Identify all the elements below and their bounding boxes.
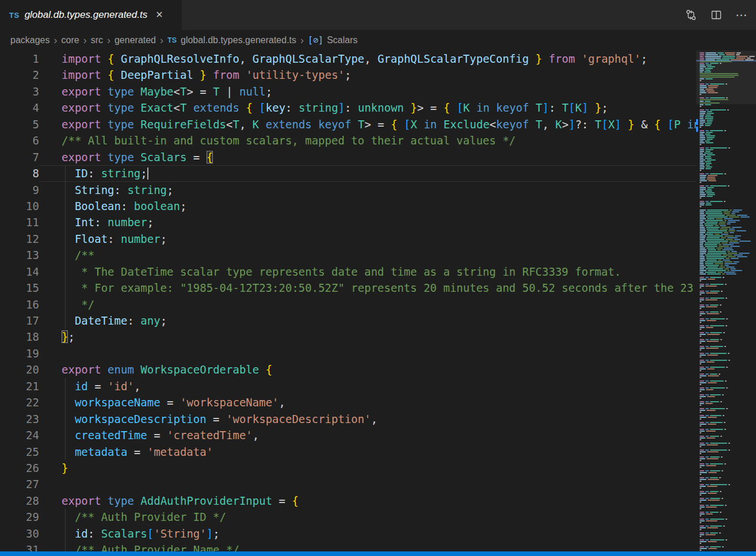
line-number[interactable]: 18 (0, 329, 39, 345)
line-number[interactable]: 8 (0, 165, 39, 181)
code-line[interactable]: 9 String: string; (0, 182, 696, 198)
line-number[interactable]: 11 (0, 214, 39, 230)
minimap[interactable] (696, 51, 756, 551)
code-line[interactable]: 3export type Maybe<T> = T | null; (0, 83, 696, 100)
line-content[interactable]: import { GraphQLResolveInfo, GraphQLScal… (39, 51, 696, 67)
line-content[interactable]: export type Exact<T extends { [key: stri… (39, 100, 696, 116)
line-number[interactable]: 24 (0, 427, 39, 443)
editor-tab[interactable]: TS global.db.types.generated.ts ✕ (0, 0, 182, 30)
line-number[interactable]: 5 (0, 116, 39, 132)
split-editor-icon[interactable] (708, 6, 725, 24)
line-number[interactable]: 9 (0, 182, 39, 198)
line-number[interactable]: 31 (0, 542, 39, 551)
line-number[interactable]: 26 (0, 460, 39, 476)
line-content[interactable]: export enum WorkspaceOrderable { (39, 361, 696, 378)
code-line[interactable]: 7export type Scalars = { (0, 149, 696, 165)
code-line[interactable]: 8 ID: string; (0, 165, 696, 181)
line-content[interactable]: export type RequireFields<T, K extends k… (39, 116, 696, 132)
code-line[interactable]: 5export type RequireFields<T, K extends … (0, 116, 696, 132)
line-content[interactable]: Float: number; (39, 231, 696, 247)
code-area[interactable]: 1import { GraphQLResolveInfo, GraphQLSca… (0, 51, 696, 551)
line-number[interactable]: 1 (0, 51, 39, 67)
line-content[interactable]: }; (39, 329, 696, 345)
status-bar[interactable] (0, 551, 756, 556)
code-line[interactable]: 15 * For example: "1985-04-12T23:20:50.5… (0, 280, 696, 296)
line-number[interactable]: 23 (0, 411, 39, 427)
line-content[interactable]: workspaceDescription = 'workspaceDescrip… (39, 411, 696, 427)
code-line[interactable]: 19 (0, 345, 696, 361)
code-line[interactable]: 12 Float: number; (0, 231, 696, 247)
code-line[interactable]: 11 Int: number; (0, 214, 696, 230)
compare-changes-icon[interactable] (682, 6, 700, 24)
line-content[interactable]: DateTime: any; (39, 313, 696, 329)
line-number[interactable]: 14 (0, 264, 39, 280)
line-number[interactable]: 25 (0, 444, 39, 460)
code-line[interactable]: 6/** All built-in and custom scalars, ma… (0, 132, 696, 148)
close-icon[interactable]: ✕ (155, 10, 163, 20)
line-number[interactable]: 13 (0, 247, 39, 263)
breadcrumb-item-packages[interactable]: packages (10, 35, 50, 45)
line-number[interactable]: 30 (0, 525, 39, 542)
line-content[interactable]: export type AddAuthProviderInput = { (39, 493, 696, 509)
line-number[interactable]: 19 (0, 345, 39, 361)
code-line[interactable]: 27 (0, 476, 696, 492)
code-line[interactable]: 14 * The DateTime scalar type represents… (0, 264, 696, 280)
line-number[interactable]: 15 (0, 280, 39, 296)
line-content[interactable]: /** Auth Provider Name */ (39, 542, 696, 551)
line-content[interactable]: /** Auth Provider ID */ (39, 509, 696, 525)
code-line[interactable]: 29 /** Auth Provider ID */ (0, 509, 696, 525)
code-line[interactable]: 1import { GraphQLResolveInfo, GraphQLSca… (0, 51, 696, 67)
line-content[interactable]: * The DateTime scalar type represents da… (39, 264, 696, 280)
code-line[interactable]: 23 workspaceDescription = 'workspaceDesc… (0, 411, 696, 427)
code-line[interactable]: 17 DateTime: any; (0, 313, 696, 329)
code-line[interactable]: 24 createdTime = 'createdTime', (0, 427, 696, 443)
line-content[interactable]: ID: string; (39, 165, 696, 181)
line-number[interactable]: 21 (0, 378, 39, 394)
breadcrumb-item-src[interactable]: ›src (79, 35, 103, 47)
line-number[interactable]: 16 (0, 296, 39, 313)
line-number[interactable]: 28 (0, 493, 39, 509)
breadcrumb-item-generated[interactable]: ›generated (103, 35, 156, 47)
code-line[interactable]: 20export enum WorkspaceOrderable { (0, 361, 696, 378)
line-number[interactable]: 7 (0, 149, 39, 165)
line-content[interactable]: */ (39, 296, 696, 313)
line-number[interactable]: 29 (0, 509, 39, 525)
breadcrumb-item-core[interactable]: ›core (50, 35, 79, 47)
more-actions-icon[interactable]: ⋯ (733, 6, 750, 24)
breadcrumb-item-global-db-types-generated-ts[interactable]: ›TSglobal.db.types.generated.ts (156, 35, 296, 47)
line-number[interactable]: 3 (0, 83, 39, 100)
code-line[interactable]: 31 /** Auth Provider Name */ (0, 542, 696, 551)
line-content[interactable] (39, 476, 696, 492)
line-content[interactable]: id = 'id', (39, 378, 696, 394)
line-number[interactable]: 6 (0, 132, 39, 148)
code-line[interactable]: 30 id: Scalars['String']; (0, 525, 696, 542)
code-line[interactable]: 18}; (0, 329, 696, 345)
line-content[interactable]: import { DeepPartial } from 'utility-typ… (39, 67, 696, 83)
line-content[interactable]: export type Scalars = { (39, 149, 696, 165)
code-line[interactable]: 4export type Exact<T extends { [key: str… (0, 100, 696, 116)
line-number[interactable]: 17 (0, 313, 39, 329)
line-content[interactable]: Boolean: boolean; (39, 198, 696, 214)
line-content[interactable]: /** All built-in and custom scalars, map… (39, 132, 696, 148)
line-content[interactable]: /** (39, 247, 696, 263)
line-number[interactable]: 2 (0, 67, 39, 83)
code-line[interactable]: 28export type AddAuthProviderInput = { (0, 493, 696, 509)
line-content[interactable]: metadata = 'metadata' (39, 444, 696, 460)
code-line[interactable]: 2import { DeepPartial } from 'utility-ty… (0, 67, 696, 83)
line-number[interactable]: 27 (0, 476, 39, 492)
line-number[interactable]: 12 (0, 231, 39, 247)
code-line[interactable]: 26} (0, 460, 696, 476)
code-line[interactable]: 16 */ (0, 296, 696, 313)
line-content[interactable]: * For example: "1985-04-12T23:20:50.52Z"… (39, 280, 696, 296)
line-content[interactable]: String: string; (39, 182, 696, 198)
code-line[interactable]: 13 /** (0, 247, 696, 263)
line-number[interactable]: 22 (0, 394, 39, 410)
code-line[interactable]: 22 workspaceName = 'workspaceName', (0, 394, 696, 410)
line-number[interactable]: 4 (0, 100, 39, 116)
line-number[interactable]: 10 (0, 198, 39, 214)
line-content[interactable]: export type Maybe<T> = T | null; (39, 83, 696, 100)
code-line[interactable]: 25 metadata = 'metadata' (0, 444, 696, 460)
line-number[interactable]: 20 (0, 361, 39, 378)
line-content[interactable]: } (39, 460, 696, 476)
line-content[interactable]: workspaceName = 'workspaceName', (39, 394, 696, 410)
